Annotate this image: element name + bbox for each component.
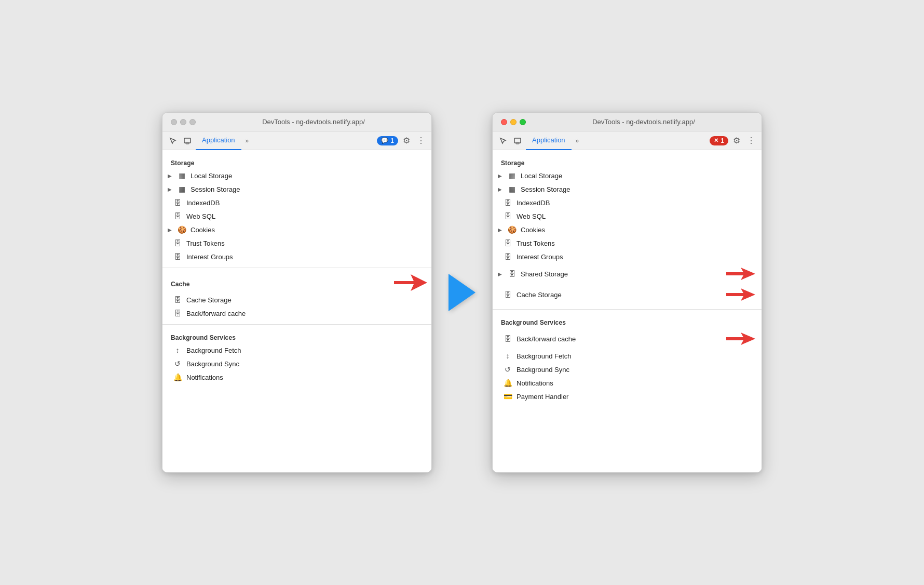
left-storage-header: Storage: [162, 154, 431, 169]
left-application-tab[interactable]: Application: [196, 131, 241, 150]
svg-marker-7: [726, 333, 755, 345]
indexeddb-icon: 🗄: [173, 198, 182, 207]
trust-tokens-icon: 🗄: [173, 239, 182, 247]
right-tab-label: Application: [532, 136, 565, 144]
right-device-toggle-icon[interactable]: [511, 135, 524, 147]
right-devtools-panel: Application » ✕ 1 ⚙ ⋮ Storage ▶: [493, 131, 762, 472]
right-expand-arrow-session: ▶: [497, 187, 503, 192]
left-notifications-item[interactable]: 🔔 Notifications: [162, 370, 431, 384]
right-expand-arrow-cookies: ▶: [497, 227, 503, 233]
right-session-storage-label: Session Storage: [521, 185, 570, 193]
notifications-icon: 🔔: [173, 373, 182, 381]
right-back-forward-cache-icon: 🗄: [503, 335, 512, 343]
right-shared-storage-label: Shared Storage: [521, 270, 568, 278]
websql-icon: 🗄: [173, 212, 182, 220]
back-forward-cache-label: Back/forward cache: [186, 310, 246, 317]
minimize-button[interactable]: [180, 119, 186, 125]
right-bg-fetch-item[interactable]: ↕ Background Fetch: [493, 349, 762, 363]
left-websql-item[interactable]: 🗄 Web SQL: [162, 209, 431, 223]
right-shared-storage-item[interactable]: ▶ 🗄 Shared Storage: [493, 263, 762, 284]
bg-sync-label: Background Sync: [186, 360, 239, 368]
right-trust-tokens-item[interactable]: 🗄 Trust Tokens: [493, 236, 762, 250]
right-more-icon[interactable]: ⋮: [745, 135, 757, 147]
right-gear-icon[interactable]: ⚙: [730, 135, 743, 147]
right-indexeddb-item[interactable]: 🗄 IndexedDB: [493, 196, 762, 209]
right-interest-groups-item[interactable]: 🗄 Interest Groups: [493, 250, 762, 263]
right-bg-fetch-icon: ↕: [503, 352, 512, 360]
right-cache-storage-item[interactable]: 🗄 Cache Storage: [493, 284, 762, 305]
indexeddb-label: IndexedDB: [186, 199, 220, 207]
left-trust-tokens-item[interactable]: 🗄 Trust Tokens: [162, 236, 431, 250]
right-local-storage-item[interactable]: ▶ ▦ Local Storage: [493, 169, 762, 182]
left-badge[interactable]: 💬 1: [377, 136, 398, 145]
device-toggle-icon[interactable]: [181, 135, 194, 147]
close-button[interactable]: [171, 119, 177, 125]
right-back-forward-cache-label: Back/forward cache: [517, 335, 576, 343]
left-title-bar: DevTools - ng-devtools.netlify.app/: [162, 113, 431, 131]
svg-marker-5: [726, 268, 755, 280]
left-divider-1: [162, 268, 431, 268]
interest-groups-label: Interest Groups: [186, 253, 233, 261]
left-red-arrow-cache: [392, 272, 427, 293]
left-session-storage-item[interactable]: ▶ ▦ Session Storage: [162, 182, 431, 196]
left-bg-fetch-item[interactable]: ↕ Background Fetch: [162, 343, 431, 357]
left-back-forward-cache-item[interactable]: 🗄 Back/forward cache: [162, 307, 431, 320]
left-window-title: DevTools - ng-devtools.netlify.app/: [204, 118, 423, 126]
left-interest-groups-item[interactable]: 🗄 Interest Groups: [162, 250, 431, 263]
inspect-icon[interactable]: [167, 135, 179, 147]
right-interest-groups-icon: 🗄: [503, 252, 512, 261]
right-notifications-item[interactable]: 🔔 Notifications: [493, 376, 762, 390]
right-payment-handler-icon: 💳: [503, 392, 512, 401]
left-indexeddb-item[interactable]: 🗄 IndexedDB: [162, 196, 431, 209]
right-red-arrow-backfwd: [724, 331, 755, 347]
session-storage-icon: ▦: [177, 185, 186, 193]
svg-rect-3: [514, 138, 521, 143]
cookies-icon: 🍪: [177, 225, 186, 234]
cookies-label: Cookies: [191, 226, 215, 234]
svg-marker-2: [394, 274, 427, 291]
right-inspect-icon[interactable]: [497, 135, 509, 147]
left-cookies-item[interactable]: ▶ 🍪 Cookies: [162, 223, 431, 236]
right-badge-icon: ✕: [714, 137, 718, 144]
right-sidebar: Storage ▶ ▦ Local Storage ▶ ▦ Session St…: [493, 150, 762, 472]
right-session-storage-item[interactable]: ▶ ▦ Session Storage: [493, 182, 762, 196]
right-cookies-label: Cookies: [521, 226, 545, 234]
right-websql-item[interactable]: 🗄 Web SQL: [493, 209, 762, 223]
right-expand-arrow-shared: ▶: [497, 271, 503, 277]
left-traffic-lights: [171, 119, 196, 125]
websql-label: Web SQL: [186, 212, 215, 220]
right-expand-arrow-local: ▶: [497, 173, 503, 179]
left-cache-storage-item[interactable]: 🗄 Cache Storage: [162, 293, 431, 307]
right-payment-handler-item[interactable]: 💳 Payment Handler: [493, 390, 762, 403]
right-close-button[interactable]: [501, 119, 507, 125]
svg-rect-0: [184, 138, 191, 143]
right-back-forward-cache-item[interactable]: 🗄 Back/forward cache: [493, 328, 762, 349]
right-payment-handler-label: Payment Handler: [517, 393, 568, 401]
left-more-icon[interactable]: ⋮: [415, 135, 427, 147]
left-gear-icon[interactable]: ⚙: [400, 135, 413, 147]
right-toolbar: Application » ✕ 1 ⚙ ⋮: [493, 131, 762, 150]
right-cookies-item[interactable]: ▶ 🍪 Cookies: [493, 223, 762, 236]
right-minimize-button[interactable]: [510, 119, 517, 125]
right-chevron: »: [574, 137, 581, 144]
left-local-storage-item[interactable]: ▶ ▦ Local Storage: [162, 169, 431, 182]
left-devtools-body: Storage ▶ ▦ Local Storage ▶ ▦ Session St…: [162, 150, 431, 472]
right-application-tab[interactable]: Application: [526, 131, 572, 150]
right-window-title: DevTools - ng-devtools.netlify.app/: [534, 118, 753, 126]
right-red-arrow-cache: [724, 287, 755, 302]
svg-rect-1: [186, 143, 189, 144]
right-trust-tokens-label: Trust Tokens: [517, 240, 555, 247]
right-bg-sync-label: Background Sync: [517, 366, 569, 374]
left-bg-sync-item[interactable]: ↺ Background Sync: [162, 357, 431, 370]
right-badge[interactable]: ✕ 1: [710, 136, 728, 145]
right-maximize-button[interactable]: [520, 119, 526, 125]
right-notifications-label: Notifications: [517, 379, 553, 387]
left-devtools-panel: Application » 💬 1 ⚙ ⋮ Storage ▶: [162, 131, 431, 472]
left-toolbar: Application » 💬 1 ⚙ ⋮: [162, 131, 431, 150]
right-bg-sync-item[interactable]: ↺ Background Sync: [493, 363, 762, 376]
maximize-button[interactable]: [189, 119, 196, 125]
right-notifications-icon: 🔔: [503, 379, 512, 387]
blue-direction-arrow: [449, 274, 475, 311]
trust-tokens-label: Trust Tokens: [186, 240, 225, 247]
right-cache-storage-icon: 🗄: [503, 290, 512, 299]
